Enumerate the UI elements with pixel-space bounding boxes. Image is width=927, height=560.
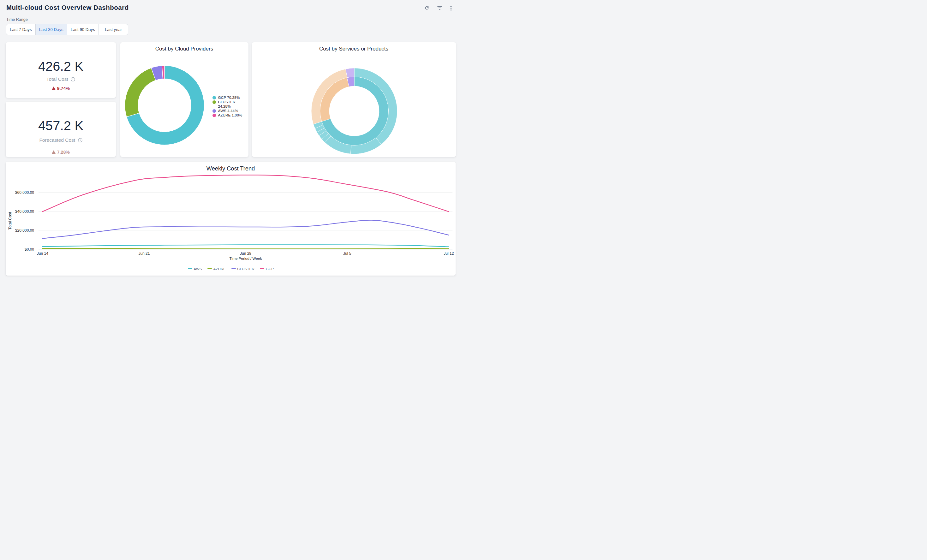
svg-text:$40,000.00: $40,000.00 xyxy=(15,209,34,213)
svg-text:$20,000.00: $20,000.00 xyxy=(15,228,34,233)
svg-text:Total Cost: Total Cost xyxy=(8,212,12,229)
svg-text:Jun 21: Jun 21 xyxy=(138,251,150,256)
svg-text:Jun 14: Jun 14 xyxy=(37,251,48,256)
svg-text:Time Period / Week: Time Period / Week xyxy=(229,256,262,260)
svg-text:Weekly Cost Trend: Weekly Cost Trend xyxy=(207,165,255,171)
svg-text:$0.00: $0.00 xyxy=(24,247,34,252)
svg-text:Jun 28: Jun 28 xyxy=(240,251,251,256)
svg-text:$60,000.00: $60,000.00 xyxy=(15,190,34,194)
svg-text:Jul 5: Jul 5 xyxy=(343,251,351,256)
svg-text:Jul 12: Jul 12 xyxy=(444,251,454,256)
